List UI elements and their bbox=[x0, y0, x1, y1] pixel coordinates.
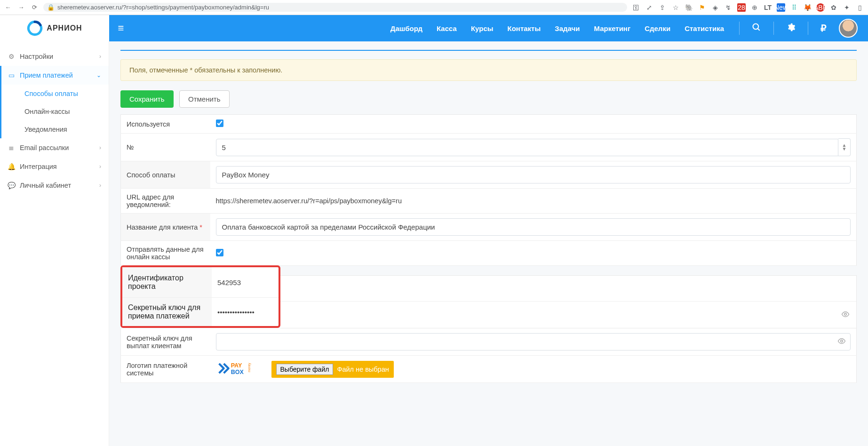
forward-icon[interactable]: → bbox=[17, 4, 25, 11]
chevron-right-icon: › bbox=[99, 163, 101, 170]
chevron-right-icon: › bbox=[99, 182, 101, 189]
fox-icon[interactable]: 🦊 bbox=[803, 3, 812, 12]
list-icon: ≣ bbox=[8, 144, 15, 151]
nav-marketing[interactable]: Маркетинг bbox=[594, 24, 630, 32]
reload-icon[interactable]: ⟳ bbox=[30, 4, 39, 11]
row-logo: Логотип платежной системы PAY BOX money bbox=[121, 356, 857, 383]
search-icon[interactable] bbox=[752, 23, 761, 34]
cancel-button[interactable]: Отменить bbox=[179, 90, 230, 108]
top-nav: Дашборд Касса Курсы Контакты Задачи Марк… bbox=[390, 24, 729, 32]
sidebar-item-email[interactable]: ≣ Email рассылки › bbox=[0, 138, 109, 157]
label-project-id: Идентификатор проекта bbox=[122, 267, 212, 298]
chevron-right-icon: › bbox=[99, 53, 101, 60]
sidebar-item-integration[interactable]: 🔔 Интеграция › bbox=[0, 157, 109, 176]
label-number: № bbox=[121, 134, 210, 161]
client-name-input[interactable] bbox=[216, 218, 851, 236]
currency-icon[interactable]: ₽ bbox=[820, 23, 827, 34]
calendar-icon[interactable]: 28 bbox=[737, 3, 746, 12]
label-logo: Логотип платежной системы bbox=[121, 356, 210, 383]
divider bbox=[808, 22, 808, 35]
globe-icon[interactable]: ⊕ bbox=[750, 3, 759, 12]
nav-contacts[interactable]: Контакты bbox=[508, 24, 541, 32]
paybox-logo-icon: PAY BOX money bbox=[216, 360, 263, 378]
address-bar[interactable]: 🔒 sheremetev.aoserver.ru/?r=shop/setting… bbox=[43, 3, 627, 12]
bell-icon: 🔔 bbox=[8, 163, 15, 170]
evernote-icon[interactable]: 🐘 bbox=[685, 3, 693, 12]
sidebar-item-account[interactable]: 💬 Личный кабинет › bbox=[0, 176, 109, 195]
nav-deals[interactable]: Сделки bbox=[645, 24, 670, 32]
highlighted-credentials: Идентификатор проекта Секретный ключ для… bbox=[120, 265, 280, 328]
flag-icon[interactable]: ⚑ bbox=[698, 3, 706, 12]
user-avatar[interactable] bbox=[839, 19, 858, 38]
share-icon[interactable]: ⇪ bbox=[658, 3, 667, 12]
key-icon[interactable]: ⚿ bbox=[632, 3, 640, 12]
back-icon[interactable]: ← bbox=[4, 4, 12, 11]
save-button[interactable]: Сохранить bbox=[120, 90, 174, 108]
diamond-icon[interactable]: ◈ bbox=[711, 3, 719, 12]
sidebar-sub-payment-methods[interactable]: Способы оплаты bbox=[21, 85, 109, 103]
card-icon: ▭ bbox=[8, 72, 15, 79]
nav-tasks[interactable]: Задачи bbox=[555, 24, 580, 32]
file-picker: Выберите файл Файл не выбран bbox=[271, 361, 394, 378]
top-rule bbox=[120, 50, 857, 51]
star-icon[interactable]: ☆ bbox=[671, 3, 680, 12]
nav-courses[interactable]: Курсы bbox=[471, 24, 494, 32]
required-fields-alert: Поля, отмеченные * обязательны к заполне… bbox=[120, 59, 857, 81]
lt-icon[interactable]: LT bbox=[764, 3, 772, 12]
zoom-icon[interactable]: ⤢ bbox=[645, 3, 653, 12]
sidebar-sub-notifications[interactable]: Уведомления bbox=[21, 120, 109, 138]
chevron-right-icon: › bbox=[99, 144, 101, 151]
label-secret-in: Секретный ключ для приема платежей bbox=[122, 298, 212, 327]
nav-kassa[interactable]: Касса bbox=[437, 24, 457, 32]
sidebar-item-settings[interactable]: ⚙ Настройки › bbox=[0, 47, 109, 66]
window-icon[interactable]: ▯ bbox=[856, 3, 864, 12]
label-client: Название для клиента * bbox=[121, 214, 210, 241]
row-number: № ▲▼ bbox=[121, 134, 857, 161]
row-secret-in: Секретный ключ для приема платежей bbox=[122, 298, 279, 327]
label-kassa: Отправлять данные для онлайн кассы bbox=[121, 241, 210, 266]
sidebar-item-label: Email рассылки bbox=[20, 144, 69, 151]
svg-point-3 bbox=[841, 340, 843, 342]
settings-icon[interactable] bbox=[786, 23, 796, 34]
alert-text: Поля, отмеченные * обязательны к заполне… bbox=[129, 66, 282, 74]
new-icon[interactable]: New bbox=[777, 3, 785, 12]
label-method: Способ оплаты bbox=[121, 161, 210, 189]
row-kassa: Отправлять данные для онлайн кассы bbox=[121, 241, 857, 266]
project-id-input[interactable] bbox=[216, 276, 274, 289]
app-header: АРНИОН ≡ Дашборд Касса Курсы Контакты За… bbox=[0, 15, 868, 41]
loop-icon[interactable]: ↯ bbox=[724, 3, 733, 12]
row-client-name: Название для клиента * bbox=[121, 214, 857, 241]
sidebar-item-label: Личный кабинет bbox=[20, 182, 71, 189]
method-input[interactable] bbox=[216, 166, 851, 183]
url-value: https://sheremetev.aoserver.ru/?r=api/ps… bbox=[216, 195, 851, 207]
abp-icon[interactable]: ABP bbox=[816, 3, 825, 12]
sidebar: ⚙ Настройки › ▭ Прием платежей ⌄ Способы… bbox=[0, 41, 109, 446]
choose-file-button[interactable]: Выберите файл bbox=[276, 364, 334, 375]
sidebar-item-label: Интеграция bbox=[20, 163, 57, 170]
number-stepper[interactable]: ▲▼ bbox=[838, 138, 851, 156]
puzzle-icon[interactable]: ✦ bbox=[843, 3, 851, 12]
used-checkbox[interactable] bbox=[216, 119, 223, 127]
kassa-checkbox[interactable] bbox=[216, 249, 223, 256]
sidebar-sub-online-kassa[interactable]: Онлайн-кассы bbox=[21, 103, 109, 120]
menu-toggle-icon[interactable]: ≡ bbox=[109, 22, 133, 34]
gear-ext-icon[interactable]: ✿ bbox=[829, 3, 838, 12]
row-url: URL адрес для уведомлений: https://shere… bbox=[121, 189, 857, 214]
sidebar-item-payments[interactable]: ▭ Прием платежей ⌄ bbox=[0, 66, 109, 85]
nav-stats[interactable]: Статистика bbox=[685, 24, 724, 32]
logo[interactable]: АРНИОН bbox=[0, 15, 109, 41]
action-buttons: Сохранить Отменить bbox=[120, 90, 857, 108]
divider bbox=[739, 22, 740, 35]
nav-dashboard[interactable]: Дашборд bbox=[390, 24, 422, 32]
secret-out-input[interactable] bbox=[216, 333, 851, 350]
sidebar-item-label: Уведомления bbox=[24, 126, 67, 133]
number-input[interactable] bbox=[216, 139, 839, 156]
eye-icon[interactable] bbox=[841, 310, 850, 320]
grid-icon[interactable]: ⠿ bbox=[790, 3, 798, 12]
settings-form-cont: Секретный ключ для выплат клиентам Логот… bbox=[120, 328, 857, 383]
eye-icon[interactable] bbox=[837, 337, 846, 347]
secret-in-input[interactable] bbox=[216, 305, 274, 319]
url-text: sheremetev.aoserver.ru/?r=shop/settings/… bbox=[57, 4, 269, 11]
row-method: Способ оплаты bbox=[121, 161, 857, 189]
browser-extensions: ⚿ ⤢ ⇪ ☆ 🐘 ⚑ ◈ ↯ 28 ⊕ LT New ⠿ 🦊 ABP ✿ ✦ … bbox=[632, 3, 864, 12]
